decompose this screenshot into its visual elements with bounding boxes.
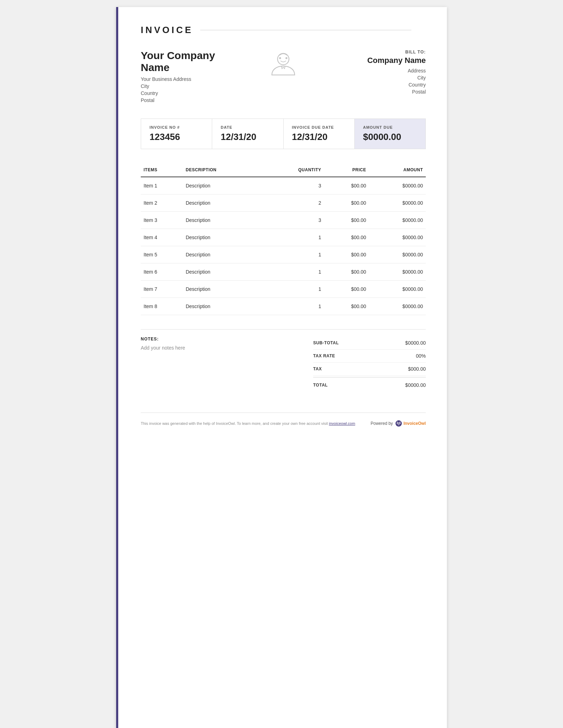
table-row: Item 4 Description 1 $00.00 $0000.00 xyxy=(141,229,426,246)
powered-by-text: Powered by xyxy=(371,421,393,426)
invoice-page: INVOICE Your Company Name Your Business … xyxy=(116,7,447,728)
invoice-due-date-cell: INVOICE DUE DATE 12/31/20 xyxy=(284,119,355,149)
col-amount: AMOUNT xyxy=(369,163,426,177)
table-row: Item 7 Description 1 $00.00 $0000.00 xyxy=(141,281,426,298)
row-amount: $0000.00 xyxy=(369,263,426,281)
row-amount: $0000.00 xyxy=(369,246,426,263)
items-table: ITEMS DESCRIPTION QUANTITY PRICE AMOUNT … xyxy=(141,163,426,315)
table-row: Item 6 Description 1 $00.00 $0000.00 xyxy=(141,263,426,281)
company-city: City xyxy=(141,83,236,89)
subtotal-label: SUB-TOTAL xyxy=(313,340,339,345)
bill-company-name: Company Name xyxy=(331,56,426,65)
tax-value: $000.00 xyxy=(408,366,426,372)
table-row: Item 3 Description 3 $00.00 $0000.00 xyxy=(141,212,426,229)
row-description: Description xyxy=(183,194,262,212)
company-postal: Postal xyxy=(141,97,236,103)
invoice-title: INVOICE xyxy=(141,25,411,36)
row-quantity: 1 xyxy=(262,246,324,263)
invoice-due-date-value: 12/31/20 xyxy=(292,132,346,142)
svg-point-1 xyxy=(279,57,281,59)
bill-city: City xyxy=(331,75,426,81)
row-amount: $0000.00 xyxy=(369,177,426,194)
table-row: Item 5 Description 1 $00.00 $0000.00 xyxy=(141,246,426,263)
avatar-icon xyxy=(267,50,299,81)
tax-label: TAX xyxy=(313,366,322,371)
brand-name-part2: Owl xyxy=(418,421,426,426)
invoice-amount-due-label: AMOUNT DUE xyxy=(363,125,417,129)
svg-point-7 xyxy=(399,423,400,423)
row-price: $00.00 xyxy=(324,177,369,194)
row-price: $00.00 xyxy=(324,263,369,281)
notes-label: NOTES: xyxy=(141,337,299,341)
total-value: $0000.00 xyxy=(405,382,426,388)
subtotal-row: SUB-TOTAL $0000.00 xyxy=(313,337,426,350)
row-amount: $0000.00 xyxy=(369,229,426,246)
row-quantity: 3 xyxy=(262,212,324,229)
tax-rate-label: TAX RATE xyxy=(313,353,335,358)
company-name: Your Company Name xyxy=(141,50,236,74)
row-description: Description xyxy=(183,298,262,315)
row-price: $00.00 xyxy=(324,246,369,263)
table-row: Item 1 Description 3 $00.00 $0000.00 xyxy=(141,177,426,194)
row-price: $00.00 xyxy=(324,298,369,315)
row-quantity: 1 xyxy=(262,263,324,281)
invoice-amount-due-value: $0000.00 xyxy=(363,132,417,142)
footer-link[interactable]: invoiceowl.com xyxy=(329,421,355,426)
company-country: Country xyxy=(141,90,236,96)
table-row: Item 8 Description 1 $00.00 $0000.00 xyxy=(141,298,426,315)
row-item: Item 7 xyxy=(141,281,183,298)
svg-point-2 xyxy=(285,57,287,59)
invoice-date-label: DATE xyxy=(221,125,274,129)
invoice-date-value: 12/31/20 xyxy=(221,132,274,142)
row-quantity: 2 xyxy=(262,194,324,212)
row-quantity: 1 xyxy=(262,281,324,298)
row-price: $00.00 xyxy=(324,194,369,212)
row-description: Description xyxy=(183,177,262,194)
company-address: Your Business Address xyxy=(141,76,236,82)
footer-text-content: This invoice was generated with the help… xyxy=(141,421,328,426)
col-quantity: QUANTITY xyxy=(262,163,324,177)
row-item: Item 4 xyxy=(141,229,183,246)
company-logo xyxy=(236,50,331,81)
company-section: Your Company Name Your Business Address … xyxy=(141,50,426,104)
brand-name-part1: Invoice xyxy=(404,421,418,426)
row-item: Item 6 xyxy=(141,263,183,281)
notes-section: NOTES: Add your notes here xyxy=(141,337,299,391)
row-item: Item 1 xyxy=(141,177,183,194)
owl-icon xyxy=(395,420,402,427)
row-description: Description xyxy=(183,263,262,281)
table-header-row: ITEMS DESCRIPTION QUANTITY PRICE AMOUNT xyxy=(141,163,426,177)
row-description: Description xyxy=(183,246,262,263)
col-description: DESCRIPTION xyxy=(183,163,262,177)
total-row: TOTAL $0000.00 xyxy=(313,377,426,391)
bill-to-label: BILL TO: xyxy=(331,50,426,55)
row-price: $00.00 xyxy=(324,229,369,246)
svg-point-0 xyxy=(278,53,289,65)
svg-point-6 xyxy=(397,423,398,423)
subtotal-value: $0000.00 xyxy=(405,340,426,346)
row-price: $00.00 xyxy=(324,281,369,298)
row-amount: $0000.00 xyxy=(369,281,426,298)
left-accent-bar xyxy=(116,7,118,728)
row-description: Description xyxy=(183,229,262,246)
footer-brand: Powered by InvoiceOwl xyxy=(371,420,426,427)
company-info: Your Company Name Your Business Address … xyxy=(141,50,236,104)
totals-section: SUB-TOTAL $0000.00 TAX RATE 00% TAX $000… xyxy=(313,337,426,391)
row-amount: $0000.00 xyxy=(369,194,426,212)
invoice-number-label: INVOICE NO # xyxy=(150,125,203,129)
invoice-info-bar: INVOICE NO # 123456 DATE 12/31/20 INVOIC… xyxy=(141,119,426,149)
row-price: $00.00 xyxy=(324,212,369,229)
footer-text: This invoice was generated with the help… xyxy=(141,421,355,426)
bill-postal: Postal xyxy=(331,89,426,95)
svg-point-3 xyxy=(396,420,402,427)
tax-rate-row: TAX RATE 00% xyxy=(313,350,426,363)
bill-country: Country xyxy=(331,82,426,88)
row-item: Item 3 xyxy=(141,212,183,229)
header-section: INVOICE xyxy=(141,25,426,36)
invoice-date-cell: DATE 12/31/20 xyxy=(212,119,283,149)
brand-name: InvoiceOwl xyxy=(404,421,426,426)
row-amount: $0000.00 xyxy=(369,212,426,229)
col-items: ITEMS xyxy=(141,163,183,177)
row-description: Description xyxy=(183,212,262,229)
bill-address: Address xyxy=(331,68,426,74)
